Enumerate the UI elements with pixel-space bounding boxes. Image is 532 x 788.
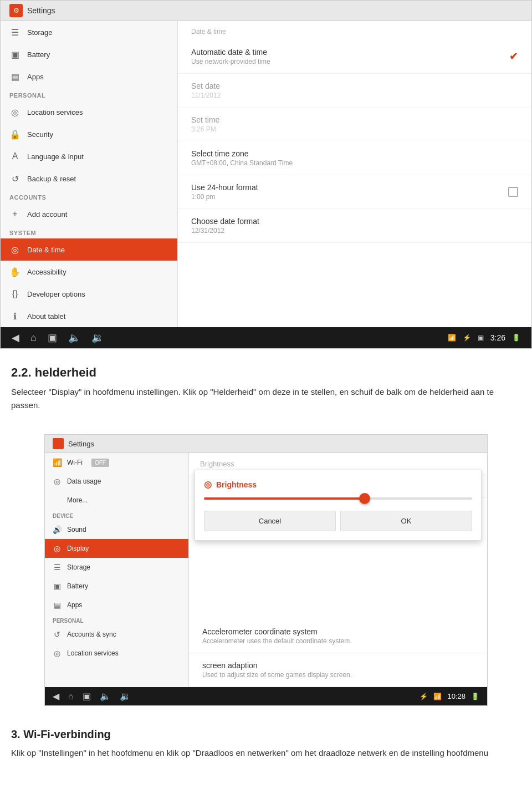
home-button[interactable]: ⌂ (30, 332, 37, 344)
setting-row-set-time: Set time 3:26 PM (178, 108, 531, 141)
usb-icon: ⚡ (463, 334, 471, 342)
usb-icon-2: ⚡ (420, 693, 428, 700)
title-bar-text-2: Settings (68, 440, 94, 448)
volume-up-button[interactable]: 🔉 (91, 332, 104, 344)
screen-adaption-row[interactable]: screen adaption Used to adjust size of s… (189, 653, 487, 687)
settings-icon-2 (53, 438, 64, 449)
battery-icon-2: ▣ (53, 582, 62, 591)
brightness-slider-fill (204, 497, 365, 500)
timezone-title: Select time zone (191, 149, 293, 158)
accelerometer-title: Accelerometer coordinate system (202, 627, 351, 636)
home-button-2[interactable]: ⌂ (68, 692, 74, 701)
sidebar2-more[interactable]: More... (45, 491, 188, 510)
back-button[interactable]: ◀ (12, 332, 19, 344)
sidebar2-location[interactable]: ◎ Location services (45, 644, 188, 663)
text-section-2: 3. Wi-Fi-verbinding Klik op "Instellinge… (0, 717, 532, 776)
sidebar2-wifi-label: Wi-Fi (67, 459, 83, 466)
set-time-title: Set time (191, 115, 219, 124)
auto-time-checkbox[interactable]: ✔ (508, 52, 518, 62)
sidebar2-battery[interactable]: ▣ Battery (45, 577, 188, 596)
sidebar-item-add-account[interactable]: + Add account (1, 203, 177, 225)
navbar-1: ◀ ⌂ ▣ 🔈 🔉 📶 ⚡ ▣ 3:26 🔋 (1, 327, 531, 348)
sidebar2-display[interactable]: ◎ Display (45, 539, 188, 558)
sidebar2-accounts[interactable]: ↺ Accounts & sync (45, 625, 188, 644)
language-icon: A (9, 151, 21, 162)
setting-row-format24[interactable]: Use 24-hour format 1:00 pm (178, 175, 531, 209)
sidebar-item-security[interactable]: 🔒 Security (1, 123, 177, 145)
volume-up-icon-2[interactable]: 🔉 (120, 691, 131, 701)
sidebar2-accounts-label: Accounts & sync (67, 631, 116, 638)
sidebar-item-battery[interactable]: ▣ Battery (1, 43, 177, 65)
set-date-subtitle: 11/1/2012 (191, 91, 221, 99)
sidebar-item-storage[interactable]: ☰ Storage (1, 21, 177, 43)
sidebar-2: 📶 Wi-Fi OFF ◎ Data usage More... DEVICE … (45, 453, 189, 687)
sidebar-item-datetime[interactable]: ◎ Date & time (1, 238, 177, 261)
sidebar-item-language[interactable]: A Language & input (1, 145, 177, 167)
format24-checkbox[interactable] (508, 187, 518, 197)
sidebar-item-location[interactable]: ◎ Location services (1, 101, 177, 123)
setting-row-timezone[interactable]: Select time zone GMT+08:00, China Standa… (178, 141, 531, 175)
accessibility-icon: ✋ (9, 266, 21, 277)
section-paragraph-1: Selecteer "Display" in hoofdmenu instell… (11, 385, 521, 412)
battery-icon-nav: 🔋 (512, 334, 520, 342)
nav-time-2: 10:28 (447, 692, 466, 700)
sidebar-item-backup[interactable]: ↺ Backup & reset (1, 167, 177, 190)
title-bar-2: Settings (45, 435, 487, 453)
title-bar-1: ⚙ Settings (1, 1, 531, 21)
back-button-2[interactable]: ◀ (53, 691, 59, 701)
recents-button-2[interactable]: ▣ (83, 691, 91, 701)
setting-row-auto-time[interactable]: Automatic date & time Use network-provid… (178, 40, 531, 74)
sidebar-item-about[interactable]: ℹ About tablet (1, 305, 177, 327)
bottom-paragraph: Klik op "Instellingen" in het hoofdmenu … (11, 746, 521, 760)
screenshot-1: ⚙ Settings ☰ Storage ▣ Battery ▤ Apps (0, 0, 532, 349)
cancel-button-dialog[interactable]: Cancel (204, 511, 336, 531)
backup-icon: ↺ (9, 173, 21, 184)
volume-icon-2[interactable]: 🔈 (100, 691, 111, 701)
auto-time-subtitle: Use network-provided time (191, 58, 270, 65)
sidebar2-sound-label: Sound (67, 526, 86, 533)
sidebar-label-developer: Developer options (27, 290, 85, 298)
device-section-label: DEVICE (45, 510, 188, 520)
sidebar-item-accessibility[interactable]: ✋ Accessibility (1, 261, 177, 283)
sidebar-label-accessibility: Accessibility (27, 268, 66, 276)
location-icon: ◎ (9, 106, 21, 118)
section-heading-1: 2.2. helderheid (11, 365, 521, 380)
sidebar2-battery-label: Battery (67, 582, 88, 590)
dateformat-title: Choose date format (191, 217, 259, 226)
sidebar2-apps[interactable]: ▤ Apps (45, 596, 188, 614)
volume-down-button[interactable]: 🔈 (68, 332, 80, 344)
set-time-subtitle: 3:26 PM (191, 125, 219, 133)
wifi-icon-nav-2: 📶 (433, 693, 442, 700)
system-section-label: SYSTEM (1, 225, 177, 238)
storage-icon: ☰ (9, 27, 21, 38)
ok-button-dialog[interactable]: OK (340, 511, 472, 531)
accelerometer-row[interactable]: Accelerometer coordinate system Accelero… (189, 619, 487, 653)
setting-row-dateformat[interactable]: Choose date format 12/31/2012 (178, 209, 531, 243)
sidebar2-sound[interactable]: 🔊 Sound (45, 520, 188, 539)
sidebar-item-developer[interactable]: {} Developer options (1, 283, 177, 305)
sidebar2-location-label: Location services (67, 649, 119, 657)
sidebar-label-datetime: Date & time (27, 246, 65, 254)
wifi-status-icon: 📶 (448, 334, 456, 342)
timezone-subtitle: GMT+08:00, China Standard Time (191, 159, 293, 167)
sidebar2-data[interactable]: ◎ Data usage (45, 472, 188, 491)
recents-button[interactable]: ▣ (48, 332, 57, 344)
brightness-dialog: ◎ Brightness Cancel OK (195, 470, 482, 541)
brightness-slider-track[interactable] (204, 497, 472, 500)
storage-icon-2: ☰ (53, 563, 62, 572)
bottom-heading: 3. Wi-Fi-verbinding (11, 728, 521, 741)
add-account-icon: + (9, 209, 21, 220)
title-bar-text: Settings (27, 6, 55, 15)
sidebar-label-language: Language & input (27, 152, 84, 161)
sidebar2-wifi[interactable]: 📶 Wi-Fi OFF (45, 453, 188, 472)
location-icon-2: ◎ (53, 649, 62, 658)
sidebar2-storage[interactable]: ☰ Storage (45, 558, 188, 577)
sidebar-label-backup: Backup & reset (27, 175, 76, 183)
brightness-slider-thumb[interactable] (359, 493, 370, 504)
accounts-icon-2: ↺ (53, 630, 62, 639)
datetime-section-title: Date & time (178, 21, 531, 40)
sidebar-item-apps[interactable]: ▤ Apps (1, 65, 177, 88)
datetime-icon: ◎ (9, 244, 21, 255)
sidebar2-data-label: Data usage (67, 477, 101, 485)
sidebar-label-storage: Storage (27, 28, 53, 37)
